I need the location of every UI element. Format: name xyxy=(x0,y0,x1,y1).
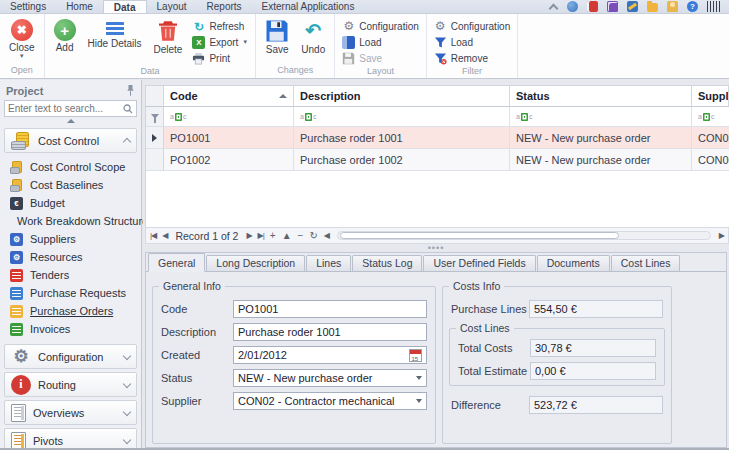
filter-cell-status[interactable] xyxy=(510,107,692,127)
layout-configuration-button[interactable]: ⚙ Configuration xyxy=(339,19,421,34)
group-cost-control[interactable]: Cost Control xyxy=(4,128,137,153)
column-header-description[interactable]: Description xyxy=(294,86,510,107)
column-header-code[interactable]: Code xyxy=(164,86,294,107)
sidebar-item-cost-baselines[interactable]: Cost Baselines xyxy=(10,176,137,194)
column-header-status[interactable]: Status xyxy=(510,86,692,107)
export-button[interactable]: X Export ▼ xyxy=(189,35,251,50)
book-icon[interactable] xyxy=(587,1,598,12)
sidebar-item-resources[interactable]: ⚙ Resources xyxy=(10,248,137,266)
sidebar-item-purchase-requests[interactable]: Purchase Requests xyxy=(10,284,137,302)
group-configuration[interactable]: ⚙ Configuration xyxy=(4,344,137,369)
cell-supplier[interactable]: CON06 - xyxy=(692,149,729,171)
undo-button[interactable]: ↶ Undo xyxy=(296,17,330,57)
previous-record-button[interactable]: ◀ xyxy=(162,231,167,240)
search-input[interactable] xyxy=(8,103,123,114)
supplier-dropdown[interactable]: CON02 - Contractor mechanical xyxy=(233,392,427,410)
refresh-records-button[interactable]: ↻ xyxy=(309,230,317,241)
help-icon[interactable]: ? xyxy=(687,1,698,12)
description-field[interactable] xyxy=(233,323,427,341)
sidebar-item-work-breakdown-structure[interactable]: Work Breakdown Structure xyxy=(10,212,137,230)
scroll-right-button[interactable]: ▶ xyxy=(719,231,724,240)
append-record-button[interactable]: + xyxy=(270,230,276,241)
cell-code[interactable]: PO1001 xyxy=(164,127,294,149)
tab-long-description[interactable]: Long Description xyxy=(206,255,305,271)
status-dropdown[interactable]: NEW - New purchase order xyxy=(233,369,427,387)
barcode-icon[interactable] xyxy=(707,1,721,12)
scrollbar-thumb[interactable] xyxy=(340,232,619,239)
filter-load-button[interactable]: Load xyxy=(431,35,513,50)
column-header-supplier[interactable]: Supplier xyxy=(692,86,729,107)
ribbon-group-changes: Save ↶ Undo Changes xyxy=(256,14,335,78)
purchase-lines-field: 554,50 € xyxy=(529,300,663,318)
group-pivots[interactable]: Pivots xyxy=(4,428,137,450)
tab-user-defined-fields[interactable]: User Defined Fields xyxy=(423,255,535,271)
sidebar-item-invoices[interactable]: Invoices xyxy=(10,320,137,338)
created-date-field[interactable]: 2/01/2012 xyxy=(233,346,427,364)
delete-record-button[interactable]: − xyxy=(298,230,304,241)
tab-documents[interactable]: Documents xyxy=(537,255,610,271)
tab-general[interactable]: General xyxy=(148,253,205,272)
user-icon[interactable] xyxy=(667,1,678,12)
table-row[interactable]: PO1001 Purchase roder 1001 NEW - New pur… xyxy=(146,127,729,149)
cell-code[interactable]: PO1002 xyxy=(164,149,294,171)
filter-configuration-button[interactable]: ⚙ Configuration xyxy=(431,19,513,34)
tab-data[interactable]: Data xyxy=(103,0,147,13)
tab-lines[interactable]: Lines xyxy=(306,255,351,271)
refresh-button[interactable]: ↻ Refresh xyxy=(189,19,251,34)
sidebar-item-cost-control-scope[interactable]: Cost Control Scope xyxy=(10,158,137,176)
code-field[interactable] xyxy=(233,300,427,318)
sidebar-item-budget[interactable]: € Budget xyxy=(10,194,137,212)
layout-save-button[interactable]: Save xyxy=(339,51,421,66)
edit-icon[interactable] xyxy=(627,1,638,12)
org-chart-icon[interactable] xyxy=(607,1,618,12)
sidebar-item-suppliers[interactable]: ⚙ Suppliers xyxy=(10,230,137,248)
export-icon: X xyxy=(192,36,205,49)
tab-layout[interactable]: Layout xyxy=(147,0,197,13)
sidebar-scroll-up[interactable] xyxy=(4,117,137,125)
gear-blue-icon: ⚙ xyxy=(10,233,23,246)
cell-description[interactable]: Purchase roder 1001 xyxy=(294,127,510,149)
close-button[interactable]: ✖ Close ▼ xyxy=(4,17,40,61)
table-row[interactable]: PO1002 Purchase order 1002 NEW - New pur… xyxy=(146,149,729,171)
folder-icon[interactable] xyxy=(647,3,658,12)
horizontal-scrollbar[interactable] xyxy=(337,231,711,240)
cell-status[interactable]: NEW - New purchase order xyxy=(510,127,692,149)
scroll-left-button[interactable]: ◀ xyxy=(324,231,329,240)
delete-button[interactable]: Delete xyxy=(149,17,188,57)
sidebar-item-tenders[interactable]: Tenders xyxy=(10,266,137,284)
filter-cell-code[interactable] xyxy=(164,107,294,127)
sidebar-item-purchase-orders[interactable]: Purchase Orders xyxy=(10,302,137,320)
difference-label: Difference xyxy=(451,399,529,411)
splitter-handle[interactable]: •••• xyxy=(143,244,729,252)
tab-external-applications[interactable]: External Applications xyxy=(252,0,365,13)
cell-status[interactable]: NEW - New purchase order xyxy=(510,149,692,171)
collapse-ribbon-icon[interactable] xyxy=(548,3,558,10)
add-button[interactable]: + Add xyxy=(49,17,81,55)
tab-home[interactable]: Home xyxy=(56,0,103,13)
first-record-button[interactable]: |◀ xyxy=(150,231,156,240)
edit-record-button[interactable]: ▲ xyxy=(282,230,292,241)
group-overviews[interactable]: Overviews xyxy=(4,400,137,425)
group-routing[interactable]: i Routing xyxy=(4,372,137,397)
filter-cell-description[interactable] xyxy=(294,107,510,127)
tab-status-log[interactable]: Status Log xyxy=(352,255,422,271)
hide-details-button[interactable]: Hide Details xyxy=(83,17,147,51)
tab-settings[interactable]: Settings xyxy=(0,0,56,13)
filter-remove-button[interactable]: Remove xyxy=(431,51,513,66)
tab-cost-lines[interactable]: Cost Lines xyxy=(611,255,681,271)
layout-load-button[interactable]: Load xyxy=(339,35,421,50)
cell-supplier[interactable]: CON02 - xyxy=(692,127,729,149)
print-button[interactable]: Print xyxy=(189,51,251,66)
last-record-button[interactable]: ▶| xyxy=(258,231,264,240)
globe-icon[interactable] xyxy=(567,1,578,12)
pin-icon[interactable] xyxy=(126,85,135,96)
calendar-icon[interactable] xyxy=(409,349,422,362)
cell-description[interactable]: Purchase order 1002 xyxy=(294,149,510,171)
next-record-button[interactable]: ▶ xyxy=(246,231,251,240)
save-button[interactable]: Save xyxy=(260,17,294,57)
tab-reports[interactable]: Reports xyxy=(197,0,252,13)
filter-cell-supplier[interactable] xyxy=(692,107,729,127)
chevron-down-icon xyxy=(123,379,131,387)
search-icon[interactable] xyxy=(123,104,133,114)
trash-icon xyxy=(156,19,180,43)
